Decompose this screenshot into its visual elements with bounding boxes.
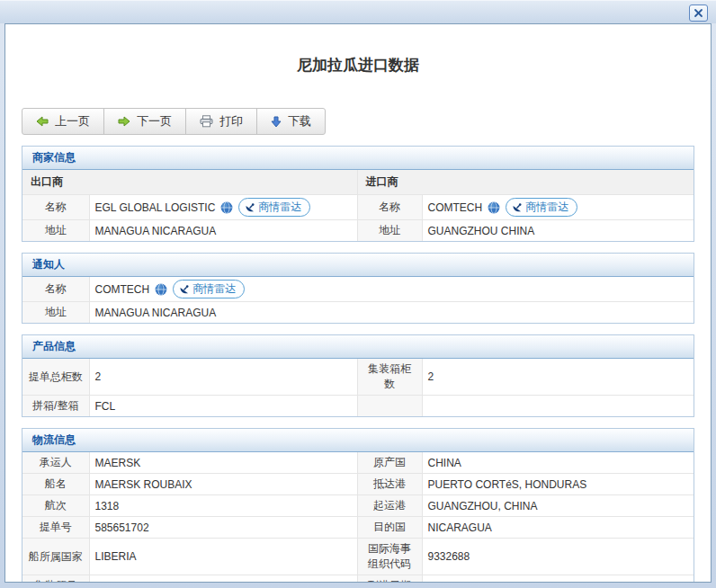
field-label: 国际海事组织代码 <box>357 539 422 575</box>
table-row: 名称 COMTECH <box>22 277 694 302</box>
field-label: 到港日期 <box>357 575 422 584</box>
radar-badge[interactable]: 商情雷达 <box>238 198 310 217</box>
green-left-arrow-icon <box>36 116 49 127</box>
field-value: FCL <box>89 396 357 417</box>
green-right-arrow-icon <box>118 116 130 127</box>
field-label: 提单号 <box>22 517 89 539</box>
dialog-content: 尼加拉瓜进口数据 上一页 下一页 <box>4 23 712 583</box>
print-label: 打印 <box>219 113 243 129</box>
field-label: 原产国 <box>357 452 422 474</box>
field-value: 2 <box>422 359 694 396</box>
field-value: 585651702 <box>89 517 357 539</box>
field-label: 拼箱/整箱 <box>22 396 89 417</box>
page-title: 尼加拉瓜进口数据 <box>5 55 711 76</box>
notify-name-label: 名称 <box>22 277 89 302</box>
field-value: 9332688 <box>422 539 694 575</box>
table-row: 承运人 MAERSK 原产国 CHINA <box>22 452 694 474</box>
notify-addr-value: MANAGUA NICARAGUA <box>89 302 694 324</box>
table-row: 航次 1318 起运港 GUANGZHOU, CHINA <box>22 495 694 517</box>
field-label: 抵达港 <box>357 474 422 495</box>
radar-badge[interactable]: 商情雷达 <box>173 280 245 298</box>
table-row: 拼箱/整箱 FCL <box>22 396 694 417</box>
satellite-dish-icon <box>245 202 255 213</box>
section-logistics-title: 物流信息 <box>22 429 694 452</box>
next-page-label: 下一页 <box>137 113 172 129</box>
next-page-button[interactable]: 下一页 <box>104 109 186 134</box>
prev-page-button[interactable]: 上一页 <box>22 109 104 134</box>
section-product-title: 产品信息 <box>22 335 694 359</box>
field-value: 2 <box>89 359 357 396</box>
field-label <box>357 396 422 417</box>
logistics-table: 承运人 MAERSK 原产国 CHINA 船名 MAERSK ROUBAIX 抵… <box>22 452 694 583</box>
section-product: 产品信息 提单总柜数 2 集装箱柜数 2 拼箱/整箱 FCL <box>22 334 694 417</box>
dialog-titlebar <box>0 0 716 23</box>
toolbar: 上一页 下一页 打印 <box>22 108 326 135</box>
field-label: 起运港 <box>357 495 422 517</box>
field-label: 航次 <box>22 495 89 517</box>
table-row: 提单号 585651702 目的国 NICARAGUA <box>22 517 694 539</box>
satellite-dish-icon <box>512 202 523 213</box>
globe-icon[interactable] <box>155 283 167 296</box>
exporter-addr-label: 地址 <box>22 220 89 242</box>
table-row: 出口商 进口商 <box>22 170 694 195</box>
field-value: GUANGZHOU, CHINA <box>422 495 694 517</box>
field-label: 集装箱号 <box>22 575 89 584</box>
field-value: 2013-06-23 <box>422 575 694 584</box>
section-merchant-title: 商家信息 <box>22 147 694 170</box>
table-row: 集装箱号 MSKU4414182 到港日期 2013-06-23 <box>22 575 694 584</box>
importer-name-value: COMTECH <box>428 201 483 214</box>
radar-badge-label: 商情雷达 <box>258 200 301 215</box>
field-value: MAERSK ROUBAIX <box>89 474 357 495</box>
section-notify-title: 通知人 <box>22 254 694 277</box>
notify-name-value: COMTECH <box>95 283 150 296</box>
globe-icon[interactable] <box>220 201 233 214</box>
notify-name-cell: COMTECH <box>89 277 694 302</box>
prev-page-label: 上一页 <box>55 113 90 129</box>
importer-addr-label: 地址 <box>357 220 422 242</box>
field-label: 船名 <box>22 474 89 495</box>
table-row: 船名 MAERSK ROUBAIX 抵达港 PUERTO CORTéS, HON… <box>22 474 694 495</box>
field-value: MAERSK <box>89 452 357 474</box>
merchant-table: 出口商 进口商 名称 EGL GLOBAL LOGISTIC <box>22 170 694 241</box>
section-notify: 通知人 名称 COMTECH <box>22 253 694 324</box>
exporter-addr-value: MANAGUA NICARAGUA <box>89 220 357 242</box>
radar-badge[interactable]: 商情雷达 <box>506 198 577 217</box>
field-value: CHINA <box>422 452 694 474</box>
print-button[interactable]: 打印 <box>186 109 257 134</box>
table-row: 提单总柜数 2 集装箱柜数 2 <box>22 359 694 396</box>
download-label: 下载 <box>288 113 311 129</box>
importer-name-label: 名称 <box>357 195 422 220</box>
field-value: NICARAGUA <box>422 517 694 539</box>
exporter-name-cell: EGL GLOBAL LOGISTIC <box>89 195 357 220</box>
field-value: PUERTO CORTéS, HONDURAS <box>422 474 694 495</box>
radar-badge-label: 商情雷达 <box>192 281 236 297</box>
notify-table: 名称 COMTECH <box>22 277 694 323</box>
exporter-header: 出口商 <box>22 170 357 195</box>
field-value <box>422 396 694 417</box>
exporter-name-label: 名称 <box>22 195 89 220</box>
field-value: MSKU4414182 <box>89 575 357 584</box>
table-row: 名称 EGL GLOBAL LOGISTIC <box>22 195 694 220</box>
close-icon <box>694 8 703 18</box>
product-table: 提单总柜数 2 集装箱柜数 2 拼箱/整箱 FCL <box>22 359 694 416</box>
importer-addr-value: GUANGZHOU CHINA <box>422 220 694 242</box>
field-label: 提单总柜数 <box>22 359 89 396</box>
blue-down-arrow-icon <box>271 116 282 128</box>
exporter-name-value: EGL GLOBAL LOGISTIC <box>95 201 216 214</box>
field-label: 集装箱柜数 <box>357 359 422 396</box>
field-label: 船所属国家 <box>22 539 89 575</box>
table-row: 船所属国家 LIBERIA 国际海事组织代码 9332688 <box>22 539 694 575</box>
field-label: 承运人 <box>22 452 89 474</box>
printer-icon <box>200 115 213 128</box>
dialog-window: 尼加拉瓜进口数据 上一页 下一页 <box>0 0 716 588</box>
section-logistics: 物流信息 承运人 MAERSK 原产国 CHINA 船名 MAERSK ROUB… <box>22 428 694 583</box>
table-row: 地址 MANAGUA NICARAGUA <box>22 302 694 324</box>
notify-addr-label: 地址 <box>22 302 89 324</box>
section-merchant: 商家信息 出口商 进口商 名称 EGL GLOBAL LOGISTIC <box>22 146 694 242</box>
radar-badge-label: 商情雷达 <box>525 200 568 215</box>
importer-header: 进口商 <box>357 170 694 195</box>
close-button[interactable] <box>689 4 708 22</box>
field-label: 目的国 <box>357 517 422 539</box>
globe-icon[interactable] <box>488 201 500 214</box>
download-button[interactable]: 下载 <box>257 109 325 134</box>
